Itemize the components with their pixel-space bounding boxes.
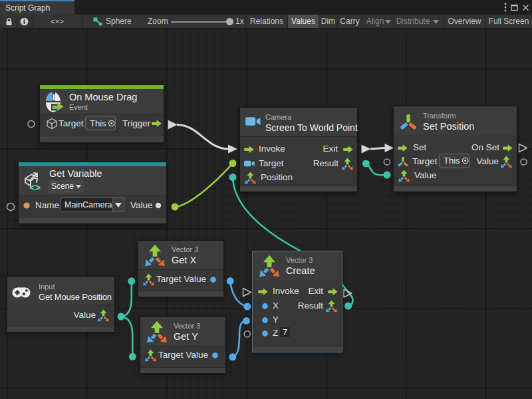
svg-text:<>: <> [30,182,41,192]
